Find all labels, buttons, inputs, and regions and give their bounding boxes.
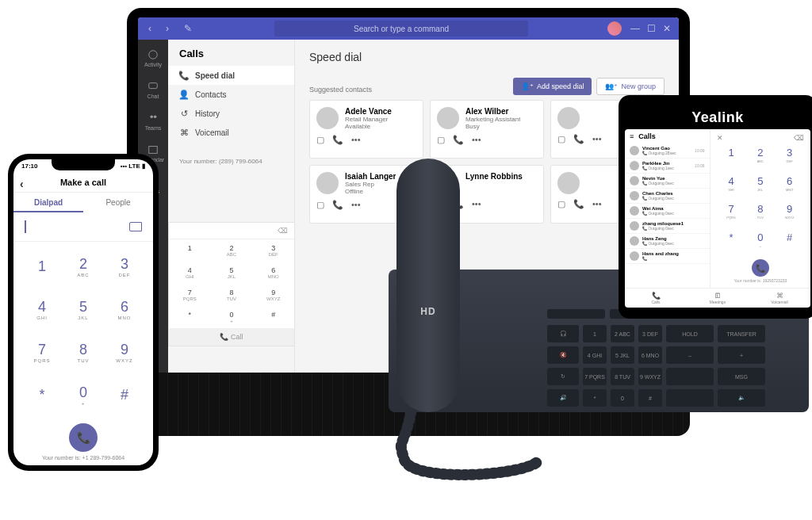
compose-icon[interactable]: ✎ bbox=[181, 21, 195, 36]
video-icon[interactable]: ▢ bbox=[557, 134, 565, 144]
dial-key[interactable]: 1 bbox=[169, 239, 211, 262]
phone-icon[interactable]: 📞 bbox=[332, 200, 343, 210]
recent-row[interactable]: Vincent Gao 📞 Outgoing 28sec 10:09 bbox=[625, 143, 710, 159]
dial-key[interactable]: 2ABC bbox=[63, 245, 104, 288]
more-icon[interactable]: ••• bbox=[472, 135, 481, 145]
headset-key[interactable]: 🎧 bbox=[547, 325, 579, 342]
key-9[interactable]: 9 WXYZ bbox=[638, 368, 662, 385]
dial-key[interactable]: 4GHI bbox=[717, 174, 746, 202]
phone-icon[interactable]: 📞 bbox=[453, 135, 464, 145]
key-6[interactable]: 6 MNO bbox=[638, 346, 662, 364]
dial-key[interactable]: 0+ bbox=[63, 374, 104, 417]
backspace-icon[interactable]: ⌫ bbox=[794, 134, 804, 142]
recent-row[interactable]: Nevin Yue 📞 Outgoing 0sec bbox=[625, 174, 710, 189]
video-icon[interactable]: ▢ bbox=[316, 200, 324, 210]
redial-key[interactable]: ↻ bbox=[547, 368, 579, 385]
speaker-icon-key[interactable]: 🔈 bbox=[718, 389, 765, 407]
tab-voicemail[interactable]: ⌘Voicemail bbox=[749, 289, 810, 308]
rail-activity[interactable]: Activity bbox=[138, 43, 168, 73]
tab-calls[interactable]: 📞Calls bbox=[625, 289, 687, 308]
vol-down-key[interactable]: – bbox=[666, 346, 714, 364]
dial-key[interactable]: 9WXYZ bbox=[252, 284, 294, 306]
dial-key[interactable]: 6MNO bbox=[252, 262, 294, 284]
speaker-key[interactable]: 🔊 bbox=[547, 389, 579, 407]
calls-item-speed-dial[interactable]: 📞Speed dial bbox=[168, 66, 294, 85]
dial-key[interactable]: * bbox=[169, 306, 211, 328]
more-icon[interactable]: ••• bbox=[592, 199, 602, 209]
dial-key[interactable]: 6MNO bbox=[104, 288, 145, 331]
dial-key[interactable]: 9WXYZ bbox=[775, 201, 804, 230]
dial-key[interactable]: * bbox=[21, 374, 63, 417]
back-icon[interactable]: ‹ bbox=[143, 21, 157, 36]
tab-dialpad[interactable]: Dialpad bbox=[13, 193, 83, 212]
vol-up-key[interactable]: + bbox=[718, 346, 765, 364]
dial-key[interactable]: * bbox=[717, 230, 746, 258]
key-8[interactable]: 8 TUV bbox=[611, 368, 634, 385]
hold-key[interactable]: HOLD bbox=[666, 325, 714, 342]
user-avatar[interactable] bbox=[607, 21, 622, 36]
video-icon[interactable]: ▢ bbox=[316, 135, 324, 145]
calls-item-history[interactable]: ↺History bbox=[168, 104, 294, 123]
back-icon[interactable]: ‹ bbox=[20, 178, 24, 190]
dial-key[interactable]: 4GHI bbox=[169, 262, 211, 284]
menu-icon[interactable]: ≡ bbox=[630, 132, 634, 140]
transfer-key[interactable]: TRANSFER bbox=[718, 325, 765, 342]
recent-row[interactable]: Wei Aima 📞 Outgoing 0sec bbox=[625, 204, 710, 219]
backspace-icon[interactable] bbox=[129, 222, 142, 231]
dial-key[interactable]: 4GHI bbox=[21, 288, 63, 331]
phone-icon[interactable]: 📞 bbox=[332, 135, 343, 145]
dial-key[interactable]: # bbox=[775, 230, 804, 258]
recent-row[interactable]: zhang miloquese1 📞 Outgoing 0sec bbox=[625, 219, 710, 234]
recent-row[interactable]: Chen Charles 📞 Outgoing 0sec bbox=[625, 189, 710, 204]
rail-chat[interactable]: Chat bbox=[138, 75, 168, 105]
dial-key[interactable]: 8TUV bbox=[63, 331, 104, 374]
key-7[interactable]: 7 PQRS bbox=[583, 368, 607, 385]
dial-key[interactable]: 2ABC bbox=[745, 145, 775, 174]
more-icon[interactable]: ••• bbox=[592, 134, 602, 144]
recent-row[interactable]: Hans and zhang 📞 bbox=[625, 249, 710, 264]
dial-key[interactable]: 8TUV bbox=[745, 201, 775, 230]
more-icon[interactable]: ••• bbox=[472, 199, 481, 209]
dial-key[interactable]: 5JKL bbox=[745, 174, 775, 202]
contact-card[interactable]: Alex Wilber Marketing Assistant Busy ▢ 📞… bbox=[430, 100, 544, 159]
minimize-icon[interactable]: — bbox=[628, 21, 642, 36]
search-input[interactable]: Search or type a command bbox=[274, 21, 528, 36]
dial-key[interactable]: 8TUV bbox=[211, 284, 253, 306]
dial-key[interactable]: 5JKL bbox=[63, 288, 104, 331]
video-icon[interactable]: ▢ bbox=[437, 135, 445, 145]
dial-key[interactable]: 0+ bbox=[745, 230, 775, 258]
dial-key[interactable]: 7PQRS bbox=[717, 201, 746, 230]
dial-key[interactable]: 3DEF bbox=[252, 239, 294, 262]
calls-item-voicemail[interactable]: ⌘Voicemail bbox=[168, 123, 294, 142]
dial-key[interactable]: 7PQRS bbox=[21, 331, 63, 374]
dial-key[interactable]: # bbox=[252, 306, 294, 328]
close-icon[interactable]: ✕ bbox=[660, 21, 674, 36]
more-icon[interactable]: ••• bbox=[351, 135, 361, 145]
dial-key[interactable]: 7PQRS bbox=[169, 284, 211, 306]
add-speed-dial-button[interactable]: 👤⁺Add speed dial bbox=[513, 78, 592, 95]
rail-teams[interactable]: Teams bbox=[138, 106, 168, 136]
phone-icon[interactable]: 📞 bbox=[573, 199, 584, 209]
close-icon[interactable]: ✕ bbox=[717, 134, 723, 142]
recent-row[interactable]: ParkHee Jin 📞 Outgoing 1sec 10:08 bbox=[625, 159, 710, 174]
video-icon[interactable]: ▢ bbox=[557, 199, 565, 209]
more-icon[interactable]: ••• bbox=[351, 200, 361, 210]
key-1[interactable]: 1 bbox=[583, 325, 607, 342]
msg-key[interactable]: MSG bbox=[718, 368, 765, 385]
key-2[interactable]: 2 ABC bbox=[611, 325, 634, 342]
key-4[interactable]: 4 GHI bbox=[583, 346, 607, 364]
tab-people[interactable]: People bbox=[83, 193, 153, 212]
dial-key[interactable]: # bbox=[104, 374, 145, 417]
dialpad-input[interactable]: ⌫ bbox=[169, 223, 294, 239]
backspace-icon[interactable]: ⌫ bbox=[278, 227, 288, 235]
calls-item-contacts[interactable]: 👤Contacts bbox=[168, 85, 294, 104]
tab-meetings[interactable]: 🗓Meetings bbox=[687, 289, 749, 308]
dial-key[interactable]: 5JKL bbox=[211, 262, 253, 284]
call-button[interactable]: 📞 Call bbox=[169, 328, 294, 346]
dial-key[interactable]: 1 bbox=[21, 245, 63, 288]
mute-key[interactable]: 🔇 bbox=[547, 346, 579, 364]
forward-icon[interactable]: › bbox=[160, 21, 174, 36]
contact-card[interactable]: Adele Vance Retail Manager Available ▢ 📞… bbox=[309, 100, 423, 159]
key-0[interactable]: 0 bbox=[611, 389, 634, 407]
dial-key[interactable]: 3DEF bbox=[775, 145, 804, 174]
